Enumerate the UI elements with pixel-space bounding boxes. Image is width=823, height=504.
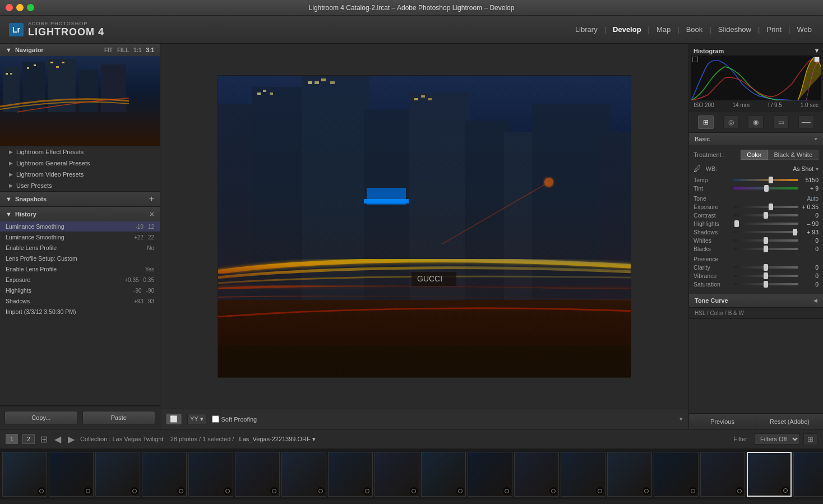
- history-item[interactable]: Lens Profile Setup: Custom: [0, 253, 160, 264]
- navigator-header[interactable]: ▼ Navigator FIT FILL 1:1 3:1: [0, 44, 160, 56]
- nav-map[interactable]: Map: [654, 24, 673, 35]
- slider-thumb[interactable]: [764, 237, 768, 244]
- eyedropper-tool[interactable]: 🖊: [693, 164, 701, 173]
- film-thumb[interactable]: [468, 452, 512, 497]
- film-thumb[interactable]: [561, 452, 605, 497]
- film-thumb[interactable]: [793, 452, 823, 497]
- slider-thumb[interactable]: [764, 212, 768, 219]
- film-thumb[interactable]: [700, 452, 745, 497]
- close-button[interactable]: [6, 4, 13, 11]
- slider-thumb[interactable]: [793, 229, 797, 235]
- history-item[interactable]: Luminance Smoothing +22 22: [0, 232, 160, 243]
- film-thumb[interactable]: [2, 452, 47, 497]
- filmstrip-next-button[interactable]: ▶: [67, 434, 76, 445]
- slider-thumb[interactable]: [764, 281, 768, 288]
- film-thumb[interactable]: [654, 452, 699, 497]
- copy-button[interactable]: Copy...: [4, 411, 78, 424]
- slider-track[interactable]: [733, 266, 798, 269]
- filmstrip-file-label[interactable]: Las_Vegas-2221399.ORF ▾: [239, 436, 316, 442]
- history-item[interactable]: Shadows +93 93: [0, 296, 160, 307]
- film-thumb[interactable]: [235, 452, 280, 497]
- slider-track[interactable]: [733, 248, 798, 250]
- slider-track[interactable]: [733, 283, 798, 285]
- slider-track[interactable]: [733, 214, 798, 216]
- nav-library[interactable]: Library: [573, 24, 600, 35]
- tool-spot-removal[interactable]: ◎: [723, 115, 739, 129]
- preset-item[interactable]: ▶Lightroom Video Presets: [0, 169, 160, 180]
- nav-web[interactable]: Web: [795, 24, 815, 35]
- film-thumb[interactable]: [421, 452, 466, 497]
- nav-book[interactable]: Book: [684, 24, 705, 35]
- history-header[interactable]: ▼ History ×: [0, 207, 160, 221]
- preset-item[interactable]: ▶User Presets: [0, 180, 160, 191]
- nav-develop[interactable]: Develop: [611, 24, 644, 35]
- previous-button[interactable]: Previous: [689, 414, 756, 429]
- filmstrip-page-1[interactable]: 1: [6, 434, 18, 444]
- basic-section-header[interactable]: Basic ▾: [689, 133, 823, 145]
- tool-adjustment-brush[interactable]: —: [798, 115, 814, 129]
- film-thumb[interactable]: [328, 452, 373, 497]
- history-item[interactable]: Enable Lens Profile No: [0, 243, 160, 253]
- tool-graduated-filter[interactable]: ▭: [773, 115, 789, 129]
- history-item[interactable]: Exposure +0.35 0.35: [0, 275, 160, 285]
- filmstrip-scrollbar[interactable]: [0, 500, 823, 504]
- tint-slider[interactable]: [733, 187, 798, 189]
- tone-curve-header[interactable]: Tone Curve ◀: [689, 294, 823, 308]
- snapshots-add-button[interactable]: +: [149, 195, 154, 204]
- film-thumb[interactable]: [49, 452, 94, 497]
- history-item[interactable]: Luminance Smoothing -10 12: [0, 221, 160, 232]
- nav-fit[interactable]: FIT: [104, 47, 113, 53]
- nav-3to1[interactable]: 3:1: [146, 47, 154, 53]
- tool-crop[interactable]: ⊞: [698, 115, 714, 129]
- slider-track[interactable]: [733, 231, 798, 233]
- nav-slideshow[interactable]: Slideshow: [716, 24, 753, 35]
- slider-thumb[interactable]: [764, 272, 768, 279]
- snapshots-header[interactable]: ▼ Snapshots +: [0, 192, 160, 206]
- history-item[interactable]: Enable Lens Profile Yes: [0, 264, 160, 275]
- filmstrip-page-2[interactable]: 2: [22, 434, 35, 444]
- slider-thumb[interactable]: [769, 204, 773, 210]
- yy-selector[interactable]: YY ▾: [187, 414, 206, 424]
- color-treatment-button[interactable]: Color: [741, 150, 767, 160]
- minimize-button[interactable]: [16, 4, 24, 11]
- toolbar-dropdown[interactable]: ▾: [679, 415, 683, 422]
- filmstrip-grid-view[interactable]: ⊞: [39, 434, 49, 445]
- photo-container[interactable]: GUCCI: [160, 44, 688, 409]
- slider-thumb[interactable]: [734, 220, 739, 227]
- slider-track[interactable]: [733, 223, 798, 225]
- auto-button[interactable]: Auto: [807, 196, 819, 202]
- history-close-button[interactable]: ×: [150, 210, 154, 219]
- nav-1to1[interactable]: 1:1: [133, 47, 141, 53]
- clip-shadow-indicator[interactable]: [692, 57, 698, 62]
- slider-thumb[interactable]: [764, 264, 768, 271]
- film-thumb[interactable]: [281, 452, 326, 497]
- film-thumb[interactable]: [374, 452, 419, 497]
- slider-thumb[interactable]: [764, 246, 768, 252]
- view-loupe-button[interactable]: ⬜: [166, 414, 182, 424]
- reset-button[interactable]: Reset (Adobe): [756, 414, 823, 429]
- soft-proofing-input[interactable]: [212, 415, 219, 423]
- filmstrip-prev-button[interactable]: ◀: [53, 434, 62, 445]
- film-thumb[interactable]: [747, 452, 792, 497]
- film-thumb[interactable]: [142, 452, 187, 497]
- wb-dropdown[interactable]: ▾: [816, 166, 819, 172]
- slider-track[interactable]: [733, 206, 798, 208]
- temp-thumb[interactable]: [769, 177, 773, 183]
- nav-print[interactable]: Print: [764, 24, 784, 35]
- clip-highlight-indicator[interactable]: [814, 57, 820, 62]
- preset-item[interactable]: ▶Lightroom General Presets: [0, 158, 160, 169]
- bw-treatment-button[interactable]: Black & White: [768, 150, 819, 160]
- slider-track[interactable]: [733, 239, 798, 242]
- window-controls[interactable]: [6, 4, 34, 11]
- film-thumb[interactable]: [514, 452, 559, 497]
- temp-slider[interactable]: [733, 179, 798, 181]
- film-thumb[interactable]: [607, 452, 652, 497]
- histogram-arrow[interactable]: ▾: [815, 47, 819, 54]
- paste-button[interactable]: Paste: [82, 411, 156, 424]
- film-thumb[interactable]: [188, 452, 233, 497]
- preset-item[interactable]: ▶Lightroom Effect Presets: [0, 146, 160, 158]
- filter-toggle[interactable]: ⊞: [803, 433, 817, 445]
- history-item[interactable]: Highlights -90 -90: [0, 285, 160, 296]
- tool-redeye[interactable]: ◉: [748, 115, 764, 129]
- filter-select[interactable]: Filters Off: [754, 433, 800, 445]
